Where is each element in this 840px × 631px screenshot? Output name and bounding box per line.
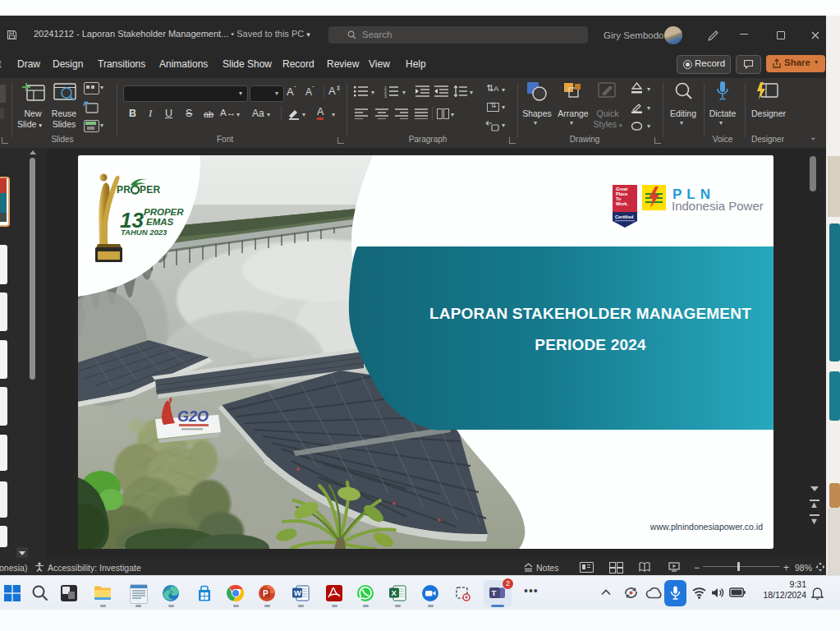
svg-text:EMAS: EMAS [146, 217, 174, 227]
svg-text:Certified: Certified [615, 214, 633, 219]
svg-text:Indonesia Power: Indonesia Power [672, 199, 764, 213]
svg-text:Work.: Work. [616, 201, 629, 206]
svg-text:PER: PER [140, 184, 160, 196]
svg-text:LAPORAN STAKEHOLDER MANAGEMENT: LAPORAN STAKEHOLDER MANAGEMENT [429, 305, 751, 322]
svg-text:3: 3 [384, 94, 387, 99]
svg-text:PERIODE 2024: PERIODE 2024 [535, 336, 646, 353]
svg-text:www.plnindonesiapower.co.id: www.plnindonesiapower.co.id [650, 522, 763, 532]
svg-text:T: T [492, 588, 497, 597]
svg-text:X: X [392, 588, 397, 597]
svg-text:W: W [294, 588, 301, 597]
svg-text:TAHUN 2023: TAHUN 2023 [121, 228, 168, 237]
svg-text:G2O: G2O [177, 408, 209, 425]
svg-text:P: P [263, 589, 269, 598]
svg-text:PR: PR [117, 184, 131, 196]
svg-text:PROPER: PROPER [144, 207, 184, 217]
